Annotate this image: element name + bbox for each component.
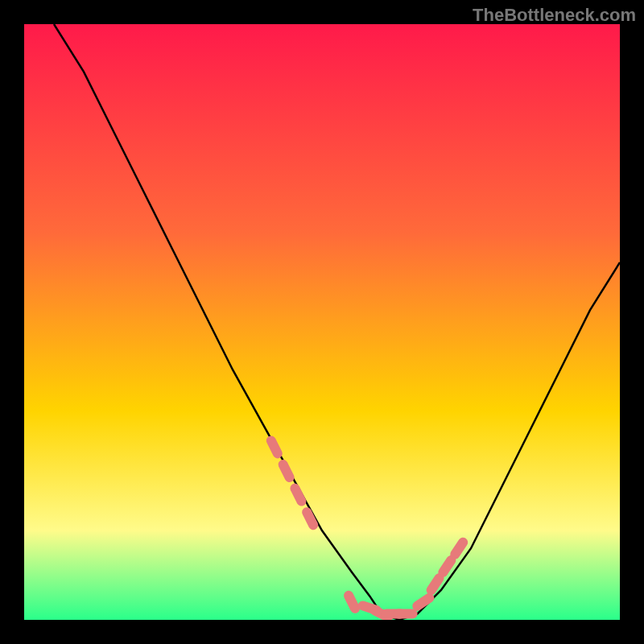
watermark-text: TheBottleneck.com	[473, 5, 636, 26]
marker-point	[307, 512, 313, 525]
marker-point	[349, 596, 355, 609]
marker-point	[271, 440, 278, 453]
marker-point	[431, 578, 440, 590]
marker-point	[295, 489, 301, 502]
chart-svg	[24, 24, 620, 620]
marker-point	[455, 543, 463, 555]
plot-area	[24, 24, 620, 620]
marker-point	[283, 464, 290, 477]
marker-point	[443, 560, 451, 572]
chart-container: TheBottleneck.com	[0, 0, 644, 644]
marker-point	[417, 598, 429, 606]
